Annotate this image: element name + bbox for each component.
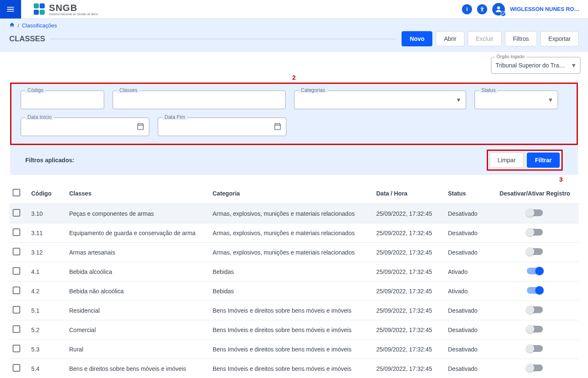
info-icon[interactable]: i: [462, 4, 472, 14]
novo-button[interactable]: Novo: [402, 31, 432, 46]
svg-point-1: [497, 6, 500, 9]
cell-codigo: 5.3: [28, 340, 66, 359]
limpar-button[interactable]: Limpar: [490, 153, 524, 168]
hamburger-icon: [6, 5, 15, 14]
orgao-label: Órgão logado: [495, 54, 526, 59]
row-checkbox[interactable]: [13, 364, 20, 372]
categorias-input[interactable]: [299, 97, 456, 103]
cell-codigo: 5.1: [28, 301, 66, 320]
cell-codigo: 5.4: [28, 359, 66, 378]
filter-data-inicio[interactable]: Data Início: [21, 118, 149, 136]
row-checkbox[interactable]: [13, 345, 20, 352]
cell-data: 25/09/2022, 17:32:45: [373, 301, 445, 320]
cell-categoria: Armas, explosivos, munições e materiais …: [209, 223, 373, 243]
table-row[interactable]: 5.1ResidencialBens Imóveis e direitos so…: [9, 301, 579, 320]
toggle-switch[interactable]: [527, 209, 543, 216]
table-row[interactable]: 4.1Bebida alcoólicaBebidas25/09/2022, 17…: [9, 262, 579, 281]
row-checkbox[interactable]: [13, 306, 20, 314]
menu-button[interactable]: [0, 0, 21, 19]
cell-classe: Equipamento de guarda e conservação de a…: [66, 223, 209, 243]
codigo-input[interactable]: [25, 97, 100, 103]
cell-classe: Bens e direitos sobre bens móveis e imóv…: [66, 359, 209, 378]
annotation-3: 3: [0, 176, 563, 183]
excluir-button: Excluir: [468, 31, 502, 46]
col-classes: Classes: [66, 184, 209, 204]
orgao-select[interactable]: Órgão logado Tribunal Superior do Tra… ▼: [491, 57, 580, 74]
cell-categoria: Bens Imóveis e direitos sobre bens móvei…: [209, 320, 373, 340]
cell-classe: Bebida não alcoólica: [66, 281, 209, 301]
subheader: / Classificações CLASSES Novo Abrir Excl…: [0, 19, 588, 52]
table-row[interactable]: 3.10Peças e componentes de armasArmas, e…: [9, 204, 579, 223]
cell-status: Desativado: [445, 320, 491, 340]
table-row[interactable]: 3.11Equipamento de guarda e conservação …: [9, 223, 579, 243]
cell-classe: Rural: [66, 340, 209, 359]
table-row[interactable]: 5.3RuralBens Imóveis e direitos sobre be…: [9, 340, 579, 359]
cell-codigo: 4.2: [28, 281, 66, 301]
home-icon[interactable]: [9, 22, 16, 29]
col-status: Status: [445, 184, 491, 204]
cell-status: Desativado: [445, 204, 491, 223]
filter-classes[interactable]: Classes: [113, 91, 286, 109]
status-input[interactable]: [479, 97, 548, 103]
exportar-button[interactable]: Exportar: [540, 31, 579, 46]
data-inicio-input[interactable]: [25, 123, 136, 130]
table-row[interactable]: 5.4Bens e direitos sobre bens móveis e i…: [9, 359, 579, 378]
toggle-switch[interactable]: [527, 345, 543, 352]
toggle-switch[interactable]: [527, 248, 543, 255]
cell-classe: Comercial: [66, 320, 209, 340]
cell-data: 25/09/2022, 17:32:45: [373, 243, 445, 262]
row-checkbox[interactable]: [13, 325, 20, 333]
cell-status: Ativado: [445, 262, 491, 281]
toggle-switch[interactable]: [527, 306, 543, 313]
row-checkbox[interactable]: [13, 228, 20, 236]
cell-categoria: Bens Imóveis e direitos sobre bens móvei…: [209, 301, 373, 320]
cell-data: 25/09/2022, 17:32:45: [373, 204, 445, 223]
username[interactable]: WIGLESSON NUNES RO…: [510, 6, 580, 12]
accessibility-icon[interactable]: [477, 4, 487, 14]
breadcrumb-link[interactable]: Classificações: [22, 22, 57, 29]
row-checkbox[interactable]: [13, 209, 20, 217]
applied-label: Filtros aplicados:: [25, 157, 74, 164]
filtrar-button[interactable]: Filtrar: [527, 153, 560, 168]
filter-data-fim[interactable]: Data Fim: [158, 118, 286, 136]
toggle-switch[interactable]: [527, 365, 543, 371]
chevron-down-icon: ▼: [548, 97, 553, 103]
filtros-button[interactable]: Filtros: [505, 31, 537, 46]
chevron-down-icon: ▼: [456, 97, 461, 103]
filter-codigo[interactable]: Código: [21, 91, 104, 109]
row-checkbox[interactable]: [13, 287, 20, 294]
data-table: Código Classes Categoria Data / Hora Sta…: [9, 184, 579, 378]
cell-classe: Residencial: [66, 301, 209, 320]
cell-codigo: 3.11: [28, 223, 66, 243]
calendar-icon[interactable]: [273, 122, 282, 132]
classes-input[interactable]: [117, 97, 281, 103]
orgao-value: Tribunal Superior do Tra…: [496, 62, 565, 69]
cell-status: Desativado: [445, 340, 491, 359]
select-all-checkbox[interactable]: [13, 189, 20, 196]
logo-mark-icon: [34, 3, 46, 15]
filter-status[interactable]: Status ▼: [475, 91, 558, 109]
cell-codigo: 3.12: [28, 243, 66, 262]
col-toggle: Desativar/Ativar Registro: [491, 184, 579, 204]
cell-categoria: Armas, explosivos, munições e materiais …: [209, 204, 373, 223]
toggle-switch[interactable]: [527, 268, 543, 274]
data-fim-input[interactable]: [162, 123, 273, 130]
avatar-icon[interactable]: [492, 3, 505, 16]
abrir-button[interactable]: Abrir: [436, 31, 464, 46]
filter-categorias[interactable]: Categorias ▼: [294, 91, 466, 109]
calendar-icon[interactable]: [136, 122, 145, 132]
toggle-switch[interactable]: [527, 229, 543, 236]
cell-classe: Bebida alcoólica: [66, 262, 209, 281]
table-row[interactable]: 4.2Bebida não alcoólicaBebidas25/09/2022…: [9, 281, 579, 301]
toggle-switch[interactable]: [527, 326, 543, 332]
cell-codigo: 4.1: [28, 262, 66, 281]
row-checkbox[interactable]: [13, 248, 20, 255]
row-checkbox[interactable]: [13, 267, 20, 275]
page-title: CLASSES: [9, 35, 45, 43]
chevron-down-icon: ▼: [571, 62, 577, 69]
table-row[interactable]: 3.12Armas artesanaisArmas, explosivos, m…: [9, 243, 579, 262]
cell-data: 25/09/2022, 17:32:45: [373, 223, 445, 243]
cell-status: Desativado: [445, 223, 491, 243]
table-row[interactable]: 5.2ComercialBens Imóveis e direitos sobr…: [9, 320, 579, 340]
toggle-switch[interactable]: [527, 287, 543, 294]
